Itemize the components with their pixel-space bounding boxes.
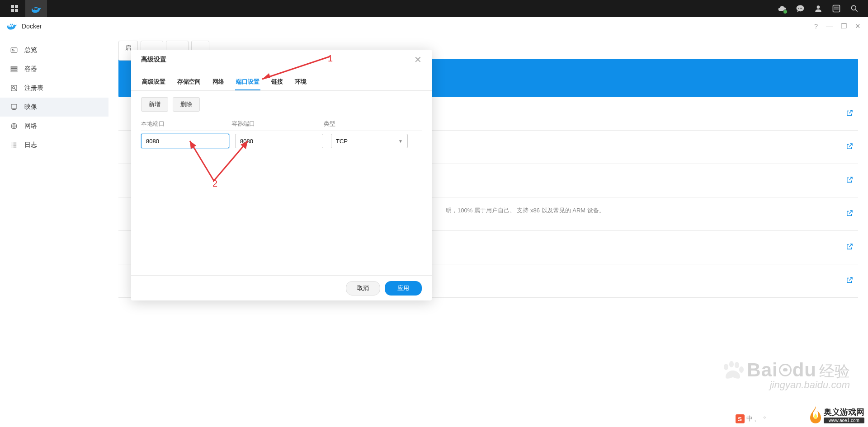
port-table-header: 本地端口 容器端口 类型	[141, 117, 422, 131]
docker-whale-icon	[32, 5, 41, 12]
flame-icon	[809, 406, 822, 423]
annotation-number-1: 1	[328, 53, 333, 64]
port-action-buttons: 新增 删除	[141, 97, 422, 112]
svg-point-28	[739, 366, 744, 373]
advanced-settings-modal: 高级设置 ✕ 高级设置 存储空间 网络 端口设置 链接 环境 新增 删除 本地端…	[131, 50, 432, 300]
paw-icon	[722, 361, 744, 380]
sidebar-label: 注册表	[24, 84, 43, 92]
svg-rect-16	[11, 104, 17, 108]
container-port-input[interactable]	[235, 134, 323, 148]
external-link-icon[interactable]	[845, 142, 854, 152]
site-url: www.aoe1.com	[824, 418, 864, 423]
sidebar: 总览 容器 注册表 映像 网络 日志	[0, 35, 108, 427]
col-container-port: 容器端口	[231, 120, 322, 128]
svg-rect-13	[11, 70, 17, 72]
apply-button[interactable]: 应用	[385, 281, 422, 296]
cancel-button[interactable]: 取消	[346, 281, 380, 296]
external-link-icon[interactable]	[845, 209, 854, 219]
svg-point-26	[729, 361, 734, 367]
maximize-button[interactable]: ❐	[841, 22, 847, 30]
modal-close-button[interactable]: ✕	[414, 54, 422, 65]
chat-icon[interactable]	[796, 4, 805, 13]
sidebar-label: 日志	[24, 141, 37, 149]
baidu-watermark: Baidu经验 jingyan.baidu.com	[722, 359, 850, 391]
port-row: TCP▼	[141, 131, 422, 151]
modal-header: 高级设置 ✕	[131, 50, 432, 70]
docker-whale-icon	[7, 23, 17, 30]
docker-tab-button[interactable]	[25, 0, 47, 17]
watermark-du: du	[793, 359, 816, 381]
sogou-s-icon: S	[736, 414, 745, 423]
cloud-status-icon[interactable]	[778, 4, 787, 13]
delete-port-button[interactable]: 删除	[173, 97, 200, 112]
annotation-number-2: 2	[212, 178, 217, 189]
tab-storage[interactable]: 存储空间	[176, 74, 202, 90]
sogou-watermark: S 中 , °	[736, 414, 769, 423]
svg-point-7	[851, 5, 856, 10]
svg-point-25	[724, 364, 728, 370]
svg-point-2	[802, 8, 802, 9]
close-button[interactable]: ✕	[855, 22, 861, 30]
help-button[interactable]: ?	[814, 22, 818, 30]
site-logo: 奥义游戏网 www.aoe1.com	[809, 406, 864, 423]
tab-environment[interactable]: 环境	[294, 74, 307, 90]
local-port-input[interactable]	[141, 134, 229, 148]
port-table: 本地端口 容器端口 类型 TCP▼	[141, 117, 422, 151]
window-header: Docker ? — ❐ ✕	[0, 17, 868, 35]
tab-port-settings[interactable]: 端口设置	[235, 74, 260, 90]
svg-point-15	[13, 87, 15, 89]
sidebar-item-log[interactable]: 日志	[0, 136, 108, 155]
svg-rect-14	[11, 85, 17, 91]
external-link-icon[interactable]	[845, 176, 854, 186]
svg-rect-11	[11, 66, 17, 68]
window-title: Docker	[7, 23, 42, 30]
svg-point-1	[800, 8, 801, 9]
sogou-text: 中	[746, 415, 753, 423]
svg-rect-10	[12, 51, 15, 52]
modal-body: 新增 删除 本地端口 容器端口 类型 TCP▼	[131, 91, 432, 275]
system-topbar	[0, 0, 868, 17]
watermark-brand: Bai	[747, 359, 778, 381]
user-icon[interactable]	[814, 4, 823, 13]
tab-advanced[interactable]: 高级设置	[141, 74, 166, 90]
svg-rect-9	[12, 49, 14, 50]
external-link-icon[interactable]	[845, 109, 854, 119]
sogou-dots: , °	[755, 415, 769, 422]
topbar-left	[4, 0, 47, 17]
add-port-button[interactable]: 新增	[141, 97, 168, 112]
sidebar-label: 映像	[24, 103, 37, 111]
external-link-icon[interactable]	[845, 276, 854, 286]
apps-grid-button[interactable]	[4, 0, 25, 17]
minimize-button[interactable]: —	[826, 22, 833, 30]
sidebar-item-image[interactable]: 映像	[0, 98, 108, 117]
status-dot-icon	[783, 9, 788, 14]
protocol-select[interactable]: TCP▼	[331, 134, 408, 148]
svg-rect-12	[11, 69, 17, 70]
grid-icon	[11, 5, 18, 12]
watermark-url: jingyan.baidu.com	[722, 379, 850, 391]
image-row[interactable]	[118, 298, 858, 331]
window-controls: ? — ❐ ✕	[814, 22, 861, 30]
col-type: 类型	[322, 120, 422, 128]
modal-title: 高级设置	[141, 56, 166, 64]
tab-network[interactable]: 网络	[212, 74, 225, 90]
window-title-text: Docker	[22, 23, 42, 30]
svg-rect-17	[12, 109, 16, 110]
external-link-icon[interactable]	[845, 243, 854, 253]
widgets-icon[interactable]	[832, 4, 841, 13]
sidebar-item-registry[interactable]: 注册表	[0, 79, 108, 98]
sidebar-label: 总览	[24, 46, 37, 54]
svg-rect-6	[834, 9, 839, 9]
site-name: 奥义游戏网	[824, 407, 864, 418]
svg-rect-5	[834, 7, 839, 8]
svg-point-3	[817, 5, 820, 9]
modal-footer: 取消 应用	[131, 275, 432, 300]
tab-links[interactable]: 链接	[270, 74, 284, 90]
sidebar-item-container[interactable]: 容器	[0, 60, 108, 79]
sidebar-label: 网络	[24, 122, 37, 130]
sidebar-item-network[interactable]: 网络	[0, 117, 108, 136]
sidebar-item-overview[interactable]: 总览	[0, 41, 108, 60]
svg-rect-8	[11, 48, 17, 53]
chevron-down-icon: ▼	[398, 139, 403, 144]
search-icon[interactable]	[850, 4, 859, 13]
